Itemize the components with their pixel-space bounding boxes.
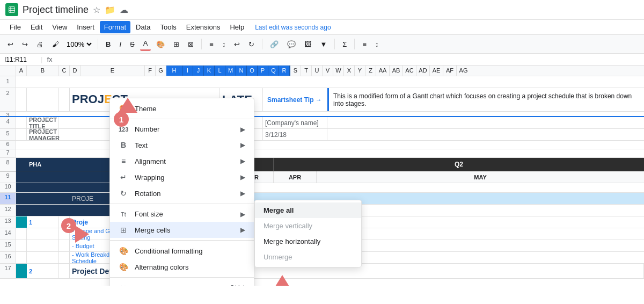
wrap-icon: ↵: [119, 173, 128, 182]
number-icon: 123: [119, 126, 128, 133]
sigma-btn[interactable]: Σ: [339, 38, 350, 50]
alternating-icon: 🎨: [119, 263, 128, 271]
strikethrough-btn[interactable]: S: [127, 38, 138, 50]
menu-alignment[interactable]: ≡ Alignment ▶: [110, 153, 254, 169]
text-color-btn[interactable]: A: [140, 37, 151, 51]
fill-color-btn[interactable]: 🎨: [153, 38, 168, 50]
col-d: D: [70, 66, 80, 76]
comment-btn[interactable]: 💬: [284, 38, 299, 50]
col-f: F: [145, 66, 156, 76]
company-value: [Company's name]: [263, 117, 327, 128]
menu-theme[interactable]: 🎨 Theme: [110, 100, 254, 117]
menu-insert[interactable]: Insert: [72, 21, 99, 33]
align-icon: ≡: [119, 157, 128, 165]
merge-label: Merge cells: [135, 226, 234, 234]
link-btn[interactable]: 🔗: [267, 38, 282, 50]
star-icon[interactable]: ☆: [93, 5, 100, 15]
borders-btn[interactable]: ⊞: [170, 38, 182, 50]
divider-3: [110, 240, 254, 241]
menu-fontsize[interactable]: Tt Font size ▶: [110, 206, 254, 222]
print-btn[interactable]: 🖨: [33, 38, 47, 50]
menu-extensions[interactable]: Extensions: [182, 21, 225, 33]
menu-data[interactable]: Data: [131, 21, 155, 33]
wrapping-arrow: ▶: [240, 173, 245, 181]
divider-2: [110, 204, 254, 204]
row-3: 3: [0, 112, 644, 117]
app-icon: [5, 3, 18, 16]
menu-help[interactable]: Help: [225, 21, 248, 33]
submenu-merge-horizontally[interactable]: Merge horizontally: [255, 234, 361, 249]
alignment-label: Alignment: [135, 157, 234, 165]
zoom-select[interactable]: 100%: [64, 40, 93, 49]
menu-clear[interactable]: ✕ Clear formatting Ctrl+\: [110, 280, 254, 286]
undo-btn[interactable]: ↩: [4, 38, 17, 50]
theme-label: Theme: [135, 105, 245, 113]
align-left-btn[interactable]: ≡: [206, 38, 217, 50]
more-btn[interactable]: ≡: [359, 38, 370, 50]
unmerge-label: Unmerge: [264, 253, 292, 261]
col-e: E: [80, 66, 145, 76]
divider-1: [110, 119, 254, 119]
col-headers: A B C D E F G H I J K L M N O P Q R S T …: [0, 66, 644, 76]
menu-number[interactable]: 123 Number ▶: [110, 121, 254, 137]
menu-wrapping[interactable]: ↵ Wrapping ▶: [110, 169, 254, 185]
submenu-unmerge[interactable]: Unmerge: [255, 249, 361, 265]
text-arrow: ▶: [240, 141, 245, 149]
menu-edit[interactable]: Edit: [26, 21, 47, 33]
formula-input[interactable]: [57, 55, 640, 63]
folder-icon[interactable]: 📁: [105, 5, 115, 15]
row-2: 2 PROJECT LATE Smartsheet Tip → This is …: [0, 88, 644, 112]
wrap-btn[interactable]: ↩: [231, 38, 243, 50]
italic-btn[interactable]: I: [116, 38, 125, 50]
fontsize-arrow: ▶: [240, 211, 245, 218]
menu-view[interactable]: View: [48, 21, 71, 33]
formula-bar: I11:R11 | fx: [0, 54, 644, 66]
last-edit[interactable]: Last edit was seconds ago: [255, 24, 331, 31]
row-1: 1: [0, 76, 644, 88]
clear-label: Clear formatting: [135, 284, 223, 286]
formula-sep: |: [41, 55, 42, 63]
format-menu: 🎨 Theme 123 Number ▶ B Text ▶ ≡ Alignmen…: [109, 98, 254, 286]
menu-conditional[interactable]: 🎨 Conditional formatting: [110, 243, 254, 259]
merge-submenu: Merge all Merge vertically Merge horizon…: [254, 200, 362, 267]
menu-merge[interactable]: ⊞ Merge cells ▶: [110, 222, 254, 238]
valign-btn[interactable]: ↕: [219, 38, 229, 50]
image-btn[interactable]: 🖼: [301, 38, 314, 50]
filter-btn[interactable]: ▼: [317, 38, 330, 50]
fontsize-icon: Tt: [119, 211, 128, 218]
row-9: 9 FEB MAR APR MAY: [0, 171, 644, 183]
submenu-merge-vertically[interactable]: Merge vertically: [255, 218, 361, 234]
menu-alternating[interactable]: 🎨 Alternating colors: [110, 259, 254, 275]
svg-rect-0: [9, 7, 15, 13]
tip-text: This is a modified form of a Gantt chart…: [333, 92, 640, 107]
rotate-btn[interactable]: ↻: [245, 38, 258, 50]
merge-cells-icon: ⊞: [119, 226, 128, 234]
sep1: [98, 39, 98, 49]
conditional-icon: 🎨: [119, 247, 128, 255]
menu-tools[interactable]: Tools: [156, 21, 180, 33]
alternating-label: Alternating colors: [135, 263, 245, 271]
fontsize-label: Font size: [135, 210, 234, 218]
menu-text[interactable]: B Text ▶: [110, 137, 254, 153]
row-5: 5 PROJECT MANAGER DATE 3/12/18: [0, 129, 644, 141]
col-g: G: [156, 66, 166, 76]
col-b: B: [27, 66, 59, 76]
menu-file[interactable]: File: [5, 21, 25, 33]
cell-reference[interactable]: I11:R11: [4, 56, 36, 63]
menu-format[interactable]: Format: [100, 21, 130, 33]
paint-format-btn[interactable]: 🖌: [49, 38, 62, 50]
col-a: A: [16, 66, 27, 76]
alignment-arrow: ▶: [240, 157, 245, 165]
text-label: Text: [135, 141, 234, 149]
redo-btn[interactable]: ↪: [19, 38, 31, 50]
bold-btn[interactable]: B: [103, 38, 114, 50]
merge-btn[interactable]: ⊠: [185, 38, 197, 50]
hide-btn[interactable]: ↕: [372, 38, 382, 50]
rotation-icon: ↻: [119, 189, 128, 198]
format-dropdown: 🎨 Theme 123 Number ▶ B Text ▶ ≡ Alignmen…: [109, 98, 254, 286]
cloud-icon[interactable]: ☁: [120, 5, 128, 15]
menu-rotation[interactable]: ↻ Rotation ▶: [110, 185, 254, 201]
submenu-merge-all[interactable]: Merge all: [255, 202, 361, 218]
number-label: Number: [135, 125, 234, 133]
row-8: 8 PHA ... Q1 Q2: [0, 158, 644, 171]
